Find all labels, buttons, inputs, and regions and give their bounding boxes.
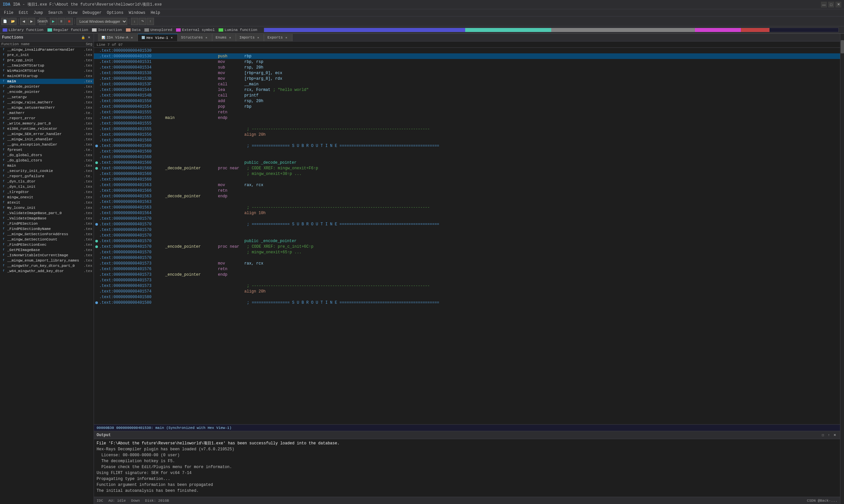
code-line[interactable]: .text:0000000000401564 align 10h xyxy=(94,210,840,216)
code-line[interactable]: .text:0000000000401566 retn xyxy=(94,188,840,193)
toolbar-stop[interactable]: ⏹ xyxy=(66,18,73,25)
toolbar-forward[interactable]: ▶ xyxy=(28,18,35,25)
menu-windows[interactable]: Windows xyxy=(126,10,148,16)
panel-close-btn[interactable]: ✕ xyxy=(86,35,92,40)
func-item[interactable]: f_FindPESectionByName.tex xyxy=(0,226,93,232)
menu-file[interactable]: File xyxy=(1,10,16,16)
code-line[interactable]: .text:0000000000401555 ; ---------------… xyxy=(94,126,840,132)
code-line[interactable]: .text:0000000000401574 align 20h xyxy=(94,289,840,294)
func-item[interactable]: fWinMainCRTStartup.tex xyxy=(0,68,93,73)
func-item[interactable]: f_tlregdtor.tex xyxy=(0,190,93,195)
code-line[interactable]: .text:0000000000401570 xyxy=(94,233,840,238)
func-item[interactable]: f__setargv.tex xyxy=(0,94,93,100)
func-item[interactable]: f_do_global_dtors.tex xyxy=(0,152,93,158)
func-item[interactable]: f__tmainCRTStartup.tex xyxy=(0,63,93,68)
code-line[interactable]: .text:0000000000401560 ; ===============… xyxy=(94,143,840,148)
func-item[interactable]: fmain.tex xyxy=(0,163,93,168)
minimize-button[interactable]: — xyxy=(821,2,827,7)
code-line[interactable]: .text:0000000000401555 retn xyxy=(94,109,840,115)
code-line[interactable]: .text:0000000000401530 xyxy=(94,48,840,53)
toolbar-run[interactable]: ▶ xyxy=(50,18,57,25)
menu-options[interactable]: Options xyxy=(104,10,126,16)
code-line[interactable]: .text:0000000000401534 subrsp, 20h xyxy=(94,65,840,70)
panel-lock-btn[interactable]: 🔒 xyxy=(81,35,86,40)
func-item[interactable]: fpre_c_init.tex xyxy=(0,52,93,58)
func-item[interactable]: f__mingw_enum_import_library_names.tex xyxy=(0,258,93,263)
tab-hex-view[interactable]: 🔢 Hex View-1 ✕ xyxy=(138,34,178,41)
code-line[interactable]: .text:0000000000401570 _encode_pointerpr… xyxy=(94,244,840,249)
code-line[interactable]: .text:0000000000401560 xyxy=(94,154,840,160)
tab-ida-close[interactable]: ✕ xyxy=(130,35,134,40)
func-item[interactable]: f__mingw_GetSectionCount.tex xyxy=(0,237,93,242)
func-item[interactable]: f__mingw_init_ehandler.tex xyxy=(0,137,93,142)
func-item[interactable]: f_matherr.te. xyxy=(0,110,93,115)
func-item[interactable]: f_w64_mingwthr_add_key_dtor.tex xyxy=(0,268,93,274)
tab-enums-close[interactable]: ✕ xyxy=(228,35,232,40)
output-max-btn[interactable]: ↑ xyxy=(826,433,831,438)
func-item[interactable]: f_security_init_cookie.tex xyxy=(0,168,93,174)
func-item[interactable]: fmainCRTStartup.tex xyxy=(0,73,93,79)
tab-exports-close[interactable]: ✕ xyxy=(284,35,289,40)
code-line[interactable]: .text:0000000000401560 ; mingw_onexit+30… xyxy=(94,171,840,177)
func-item[interactable]: f_do_global_ctors.tex xyxy=(0,158,93,163)
code-line[interactable]: .text:000000000040154B callprintf xyxy=(94,93,840,98)
code-line[interactable]: .text:0000000000401560 xyxy=(94,148,840,154)
code-line[interactable]: .text:0000000000401573 movrax, rcx xyxy=(94,260,840,266)
menu-jump[interactable]: Jump xyxy=(31,10,46,16)
func-item[interactable]: f__mingw_raise_matherr.tex xyxy=(0,100,93,105)
func-item[interactable]: f_encode_pointer.tex xyxy=(0,89,93,94)
code-line[interactable]: .text:0000000000401563 ; ---------------… xyxy=(94,204,840,210)
tab-exports[interactable]: Exports ✕ xyxy=(264,34,292,41)
code-line[interactable]: .text:0000000000401576 retn xyxy=(94,266,840,272)
menu-search[interactable]: Search xyxy=(46,10,65,16)
func-item[interactable]: f_FindPESection.tex xyxy=(0,221,93,226)
toolbar-back[interactable]: ◀ xyxy=(20,18,28,25)
menu-debugger[interactable]: Debugger xyxy=(80,10,104,16)
code-line[interactable]: .text:0000000000401570 xyxy=(94,216,840,221)
func-item[interactable]: f_ValidateImageBase_part_0.tex xyxy=(0,211,93,216)
toolbar-step-into[interactable]: ↓ xyxy=(131,18,138,25)
output-content[interactable]: File 'F:\About the future\Reverse\hellow… xyxy=(94,439,840,497)
output-expand-btn[interactable]: □ xyxy=(820,433,826,438)
func-item[interactable]: f__gnu_exception_handler.tex xyxy=(0,142,93,147)
func-item[interactable]: f__mingw_GetSectionForAddress.tex xyxy=(0,232,93,237)
code-line[interactable]: .text:0000000000401554 poprbp xyxy=(94,104,840,109)
code-line[interactable]: .text:0000000000401560 xyxy=(94,137,840,143)
func-item[interactable]: ffpreset.te. xyxy=(0,147,93,152)
func-item[interactable]: fei386_runtime_relocator.tex xyxy=(0,126,93,131)
tab-enums[interactable]: Enums ✕ xyxy=(212,34,236,41)
func-item[interactable]: f_write_memory_part_0.tex xyxy=(0,121,93,126)
scrollbar-thumb[interactable] xyxy=(841,40,844,53)
code-line[interactable]: .text:0000000000401550 addrsp, 20h xyxy=(94,98,840,104)
func-item[interactable]: f_decode_pointer.tex xyxy=(0,84,93,89)
func-item[interactable]: f__mingw_SEH_error_handler.tex xyxy=(0,131,93,137)
code-line[interactable]: .text:0000000000401570 ; mingw_onexit+65… xyxy=(94,249,840,255)
code-line[interactable]: .text:0000000000401563 movrax, rcx xyxy=(94,182,840,188)
toolbar-search[interactable]: Search xyxy=(39,18,46,25)
func-item[interactable]: f_ValidateImageBase.tex xyxy=(0,216,93,221)
code-line[interactable]: .text:0000000000401563 xyxy=(94,199,840,204)
func-item[interactable]: f_FindPESectionExec.tex xyxy=(0,242,93,247)
func-item[interactable]: f__mingw_invalidParameterHandler.tex xyxy=(0,47,93,52)
code-line[interactable]: .text:000000000040153B mov[rbp+arg_8], r… xyxy=(94,76,840,82)
code-line[interactable]: .text:0000000000401538 mov[rbp+arg_0], e… xyxy=(94,70,840,76)
code-line[interactable]: .text:0000000000401560 public _decode_po… xyxy=(94,160,840,165)
func-item[interactable]: f_report_gsfailure.te. xyxy=(0,174,93,179)
code-line[interactable]: .text:0000000000401573 xyxy=(94,277,840,283)
code-line[interactable]: .text:0000000000401573 ; ---------------… xyxy=(94,283,840,289)
code-line[interactable]: .text:000000000040153F call__main xyxy=(94,82,840,87)
toolbar-step-over[interactable]: ↷ xyxy=(139,18,146,25)
menu-edit[interactable]: Edit xyxy=(16,10,31,16)
code-line[interactable]: .text:0000000000401570 xyxy=(94,255,840,260)
func-item[interactable]: f__mingwthr_run_key_dtors_part_0.tex xyxy=(0,263,93,268)
func-item[interactable]: fmy_lconv_init.tex xyxy=(0,205,93,211)
code-line[interactable]: .text:0000000000401560 xyxy=(94,177,840,182)
func-item[interactable]: f_dyn_tls_dtor.tex xyxy=(0,179,93,184)
tab-imports[interactable]: Imports ✕ xyxy=(236,34,264,41)
func-item[interactable]: f_report_error.tex xyxy=(0,115,93,121)
toolbar-step-out[interactable]: ↑ xyxy=(147,18,154,25)
close-button[interactable]: ✕ xyxy=(836,2,841,7)
func-item[interactable]: fatexit.tex xyxy=(0,200,93,205)
code-line[interactable]: .text:0000000000401570 ; ===============… xyxy=(94,221,840,227)
func-item[interactable]: f_IsNonWritableInCurrentImage.tex xyxy=(0,253,93,258)
